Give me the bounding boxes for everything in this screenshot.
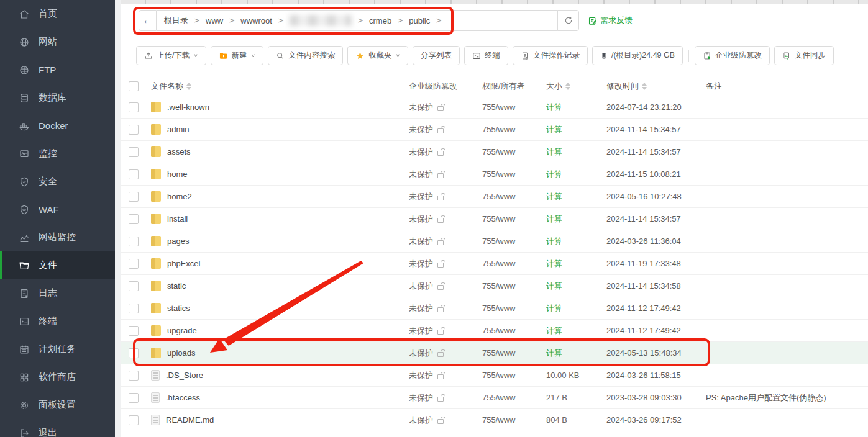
table-row[interactable]: statics 未保护 755/www 计算 2024-11-12 17:49:… <box>121 297 868 319</box>
back-button[interactable]: ← <box>139 10 157 31</box>
row-checkbox[interactable] <box>129 214 139 224</box>
file-name[interactable]: .htaccess <box>166 393 200 402</box>
calc-size-link[interactable]: 计算 <box>539 236 599 247</box>
breadcrumb-crmeb[interactable]: crmeb <box>369 16 391 25</box>
new-button[interactable]: 新建 ∨ <box>211 46 263 65</box>
sidebar-item-website[interactable]: 网站 <box>0 28 115 56</box>
row-checkbox[interactable] <box>129 348 139 358</box>
feedback-link[interactable]: 需求反馈 <box>588 15 633 26</box>
table-row[interactable]: .DS_Store 未保护 755/www 10.00 KB 2024-03-2… <box>121 364 868 386</box>
row-checkbox[interactable] <box>129 393 139 403</box>
favorites-button[interactable]: 收藏夹 ∨ <box>347 46 408 65</box>
file-name[interactable]: assets <box>167 147 191 156</box>
table-row-uploads[interactable]: uploads 未保护 755/www 计算 2024-05-13 15:48:… <box>121 341 868 364</box>
table-row-partial[interactable] <box>121 431 868 437</box>
table-row[interactable]: upgrade 未保护 755/www 计算 2024-11-12 17:49:… <box>121 319 868 341</box>
sidebar-item-security[interactable]: 安全 <box>0 168 115 196</box>
header-remark[interactable]: 备注 <box>698 81 868 92</box>
row-checkbox[interactable] <box>129 281 139 291</box>
file-name[interactable]: uploads <box>167 348 196 358</box>
header-mtime[interactable]: 修改时间 <box>606 81 639 92</box>
file-name[interactable]: install <box>167 214 188 223</box>
calc-size-link[interactable]: 计算 <box>539 303 599 314</box>
table-row[interactable]: admin 未保护 755/www 计算 2024-11-14 15:34:57 <box>121 118 868 140</box>
calc-size-link[interactable]: 计算 <box>539 169 599 180</box>
header-tamper[interactable]: 企业级防篡改 <box>400 81 473 92</box>
calc-size-link[interactable]: 计算 <box>539 191 599 202</box>
refresh-button[interactable] <box>557 10 579 31</box>
row-checkbox[interactable] <box>129 371 139 381</box>
file-name[interactable]: .DS_Store <box>166 371 203 380</box>
breadcrumb-public[interactable]: public <box>409 16 430 25</box>
sort-mtime[interactable] <box>642 83 647 90</box>
upload-download-button[interactable]: 上传/下载 ∨ <box>136 46 206 65</box>
sidebar-item-terminal[interactable]: 终端 <box>0 307 115 335</box>
row-checkbox[interactable] <box>129 102 139 112</box>
calc-size-link[interactable]: 计算 <box>539 124 599 135</box>
table-row[interactable]: install 未保护 755/www 计算 2024-11-14 15:34:… <box>121 207 868 230</box>
calc-size-link[interactable]: 计算 <box>539 281 599 292</box>
sidebar-item-panel-settings[interactable]: 面板设置 <box>0 391 115 419</box>
table-row[interactable]: home2 未保护 755/www 计算 2024-05-16 10:27:48 <box>121 185 868 207</box>
sidebar-item-home[interactable]: 首页 <box>0 0 115 28</box>
row-checkbox[interactable] <box>129 326 139 336</box>
breadcrumb-root[interactable]: 根目录 <box>164 15 188 26</box>
sidebar-item-monitor[interactable]: 监控 <box>0 140 115 168</box>
sidebar-item-app-store[interactable]: 软件商店 <box>0 363 115 391</box>
file-name[interactable]: home <box>167 169 188 179</box>
calc-size-link[interactable]: 计算 <box>539 102 599 113</box>
sidebar-item-ftp[interactable]: FTP <box>0 56 115 84</box>
table-row[interactable]: phpExcel 未保护 755/www 计算 2024-11-19 17:33… <box>121 252 868 274</box>
sort-size[interactable] <box>565 83 570 90</box>
file-name[interactable]: admin <box>167 125 189 134</box>
table-row[interactable]: pages 未保护 755/www 计算 2024-03-26 11:36:04 <box>121 230 868 252</box>
sidebar-item-files[interactable]: 文件 <box>0 251 115 279</box>
breadcrumb-www[interactable]: www <box>206 16 223 25</box>
sort-filename[interactable] <box>186 83 191 90</box>
file-sync-button[interactable]: 文件同步 <box>774 46 834 65</box>
table-row[interactable]: .htaccess 未保护 755/www 217 B 2023-03-28 0… <box>121 386 868 408</box>
disk-usage-button[interactable]: /(根目录)24.49 GB <box>592 46 683 65</box>
table-row[interactable]: home 未保护 755/www 计算 2024-11-15 10:08:21 <box>121 163 868 185</box>
breadcrumb-wwwroot[interactable]: wwwroot <box>240 16 272 25</box>
breadcrumb[interactable]: 根目录 > www > wwwroot > > crmeb > public > <box>157 10 558 31</box>
header-size[interactable]: 大小 <box>546 81 562 92</box>
sidebar-item-logout[interactable]: 退出 <box>0 419 115 437</box>
row-checkbox[interactable] <box>129 192 139 202</box>
sidebar-item-logs[interactable]: 日志 <box>0 279 115 307</box>
row-checkbox[interactable] <box>129 147 139 157</box>
file-operation-log-button[interactable]: 文件操作记录 <box>513 46 588 65</box>
header-permission[interactable]: 权限/所有者 <box>473 81 539 92</box>
terminal-button[interactable]: 终端 <box>464 46 508 65</box>
file-content-search-button[interactable]: 文件内容搜索 <box>268 46 343 65</box>
header-filename[interactable]: 文件名称 <box>151 81 183 92</box>
table-row[interactable]: README.md 未保护 755/www 804 B 2024-03-26 0… <box>121 408 868 431</box>
file-name[interactable]: pages <box>167 237 189 246</box>
file-name[interactable]: upgrade <box>167 326 197 335</box>
row-checkbox[interactable] <box>129 237 139 246</box>
calc-size-link[interactable]: 计算 <box>539 214 599 225</box>
file-name[interactable]: static <box>167 281 186 291</box>
calc-size-link[interactable]: 计算 <box>539 258 599 269</box>
row-checkbox[interactable] <box>129 304 139 313</box>
row-checkbox[interactable] <box>129 415 139 425</box>
select-all-checkbox[interactable] <box>129 81 139 91</box>
tamper-proof-button[interactable]: 企业级防篡改 <box>695 46 770 65</box>
sidebar-item-site-monitor[interactable]: 网站监控 <box>0 223 115 251</box>
row-checkbox[interactable] <box>129 125 139 135</box>
share-list-button[interactable]: 分享列表 <box>413 46 460 65</box>
sidebar-item-cron[interactable]: 计划任务 <box>0 335 115 363</box>
breadcrumb-blurred-segment[interactable] <box>290 15 352 26</box>
sidebar-item-waf[interactable]: WAF <box>0 196 115 223</box>
row-checkbox[interactable] <box>129 169 139 179</box>
file-name[interactable]: home2 <box>167 192 192 201</box>
table-row[interactable]: assets 未保护 755/www 计算 2024-11-14 15:34:5… <box>121 140 868 163</box>
file-name[interactable]: phpExcel <box>167 259 200 268</box>
file-name[interactable]: README.md <box>166 415 214 425</box>
calc-size-link[interactable]: 计算 <box>539 325 599 336</box>
file-name[interactable]: .well-known <box>167 102 209 112</box>
sidebar-item-docker[interactable]: Docker <box>0 112 115 140</box>
row-checkbox[interactable] <box>129 259 139 269</box>
sidebar-item-database[interactable]: 数据库 <box>0 84 115 112</box>
table-row[interactable]: .well-known 未保护 755/www 计算 2024-07-14 23… <box>121 96 868 118</box>
